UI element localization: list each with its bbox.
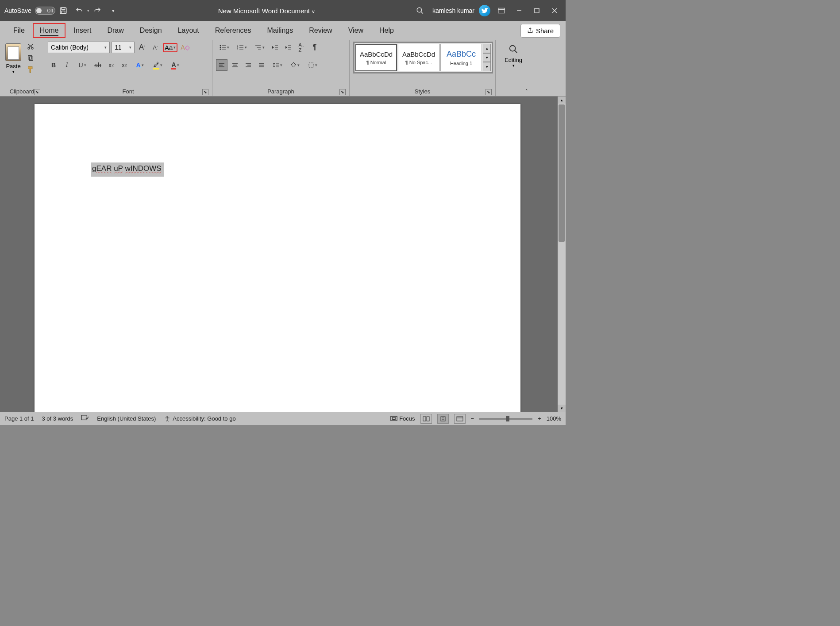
clipboard-launcher[interactable]: ⬊ — [34, 89, 40, 95]
read-mode-icon[interactable] — [420, 414, 432, 424]
superscript-button[interactable]: x2 — [119, 59, 130, 71]
subscript-button[interactable]: x2 — [105, 59, 117, 71]
paste-button[interactable]: Paste ▾ — [4, 42, 23, 76]
line-spacing-button[interactable]: ▾ — [269, 59, 285, 71]
align-center-button[interactable] — [229, 59, 241, 71]
svg-point-24 — [220, 49, 221, 50]
tab-design[interactable]: Design — [132, 23, 170, 38]
style-heading1[interactable]: AaBbCc Heading 1 — [440, 44, 482, 71]
styles-launcher[interactable]: ⬊ — [486, 89, 492, 95]
status-page[interactable]: Page 1 of 1 — [4, 415, 34, 422]
tab-insert[interactable]: Insert — [66, 23, 99, 38]
scroll-up-icon[interactable]: ▴ — [558, 97, 566, 104]
svg-rect-64 — [423, 417, 426, 421]
vertical-scrollbar[interactable]: ▴ ▾ — [558, 97, 566, 412]
clear-formatting-icon[interactable]: A◇ — [179, 42, 191, 53]
redo-icon[interactable] — [92, 5, 103, 16]
print-layout-icon[interactable] — [437, 414, 449, 424]
share-button[interactable]: Share — [520, 24, 560, 38]
format-painter-icon[interactable] — [26, 65, 35, 74]
text-effects-button[interactable]: A▾ — [132, 59, 148, 71]
tab-review[interactable]: Review — [301, 23, 340, 38]
status-accessibility[interactable]: Accessibility: Good to go — [164, 415, 235, 422]
grow-font-icon[interactable]: Aˆ — [136, 42, 148, 53]
status-focus[interactable]: Focus — [390, 415, 415, 422]
minimize-icon[interactable] — [512, 4, 526, 17]
tab-file[interactable]: File — [5, 23, 33, 38]
tab-view[interactable]: View — [340, 23, 371, 38]
multilevel-list-button[interactable]: ▾ — [251, 42, 267, 53]
zoom-slider[interactable] — [479, 418, 532, 420]
svg-line-15 — [28, 44, 32, 47]
font-name-selector[interactable]: Calibri (Body)▾ — [48, 42, 110, 53]
align-left-button[interactable] — [216, 59, 227, 71]
style-normal[interactable]: AaBbCcDd ¶ Normal — [355, 44, 397, 71]
undo-icon[interactable] — [74, 5, 85, 16]
svg-rect-8 — [535, 8, 539, 13]
page[interactable]: gEAR uP wINDOWS — [35, 104, 520, 412]
styles-scroll-down[interactable]: ▾ — [483, 53, 491, 62]
zoom-level[interactable]: 100% — [547, 415, 561, 422]
web-layout-icon[interactable] — [454, 414, 466, 424]
close-icon[interactable] — [548, 4, 561, 17]
increase-indent-button[interactable] — [282, 42, 294, 53]
status-language[interactable]: English (United States) — [97, 415, 156, 422]
bullets-button[interactable]: ▾ — [216, 42, 232, 53]
strikethrough-button[interactable]: ab — [92, 59, 104, 71]
underline-button[interactable]: U▾ — [74, 59, 90, 71]
svg-rect-65 — [427, 417, 429, 421]
user-name[interactable]: kamlesh kumar — [432, 7, 474, 14]
status-spellcheck-icon[interactable] — [81, 415, 89, 422]
collapse-ribbon-icon[interactable]: ˆ — [526, 89, 528, 95]
numbering-button[interactable]: 123▾ — [234, 42, 250, 53]
tab-mailings[interactable]: Mailings — [259, 23, 301, 38]
italic-button[interactable]: I — [61, 59, 73, 71]
ribbon-mode-icon[interactable] — [495, 4, 508, 17]
zoom-in-button[interactable]: + — [538, 415, 541, 422]
tab-layout[interactable]: Layout — [170, 23, 207, 38]
bold-button[interactable]: B — [48, 59, 59, 71]
user-avatar[interactable] — [479, 5, 490, 16]
change-case-button[interactable]: Aa▾ — [163, 43, 177, 52]
font-size-selector[interactable]: 11▾ — [112, 42, 135, 53]
zoom-out-button[interactable]: − — [471, 415, 474, 422]
autosave-toggle[interactable]: Off — [35, 7, 55, 15]
status-words[interactable]: 3 of 3 words — [42, 415, 73, 422]
font-color-button[interactable]: A▾ — [167, 59, 183, 71]
svg-rect-66 — [441, 417, 445, 421]
selected-text[interactable]: gEAR uP wINDOWS — [91, 162, 164, 177]
sort-button[interactable]: A↓Z — [296, 42, 307, 53]
maximize-icon[interactable] — [530, 4, 543, 17]
tab-help[interactable]: Help — [371, 23, 402, 38]
copy-icon[interactable] — [26, 53, 35, 63]
borders-button[interactable]: ▾ — [304, 59, 320, 71]
search-icon[interactable] — [415, 5, 425, 16]
svg-line-14 — [29, 44, 33, 47]
svg-rect-57 — [309, 63, 313, 67]
shrink-font-icon[interactable]: Aˇ — [150, 42, 161, 53]
styles-scroll-up[interactable]: ▴ — [483, 44, 491, 53]
scroll-down-icon[interactable]: ▾ — [558, 405, 566, 412]
style-no-spacing[interactable]: AaBbCcDd ¶ No Spac... — [398, 44, 439, 71]
paragraph-launcher[interactable]: ⬊ — [339, 89, 346, 95]
tab-draw[interactable]: Draw — [99, 23, 131, 38]
styles-expand[interactable]: ▾ — [483, 62, 491, 71]
svg-line-4 — [421, 12, 423, 14]
justify-button[interactable] — [256, 59, 267, 71]
document-title[interactable]: New Microsoft Word Document ∨ — [121, 7, 412, 15]
align-right-button[interactable] — [243, 59, 254, 71]
highlight-button[interactable]: 🖉▾ — [150, 59, 166, 71]
cut-icon[interactable] — [26, 42, 35, 51]
svg-point-58 — [510, 46, 516, 51]
document-area[interactable]: gEAR uP wINDOWS — [0, 97, 558, 412]
scroll-thumb[interactable] — [559, 104, 565, 242]
tab-references[interactable]: References — [207, 23, 259, 38]
font-launcher[interactable]: ⬊ — [202, 89, 208, 95]
qat-customize-icon[interactable]: ▾ — [108, 5, 119, 16]
editing-button[interactable]: Editing ▾ — [500, 42, 527, 70]
shading-button[interactable]: ▾ — [287, 59, 303, 71]
tab-home[interactable]: Home — [33, 23, 66, 38]
decrease-indent-button[interactable] — [269, 42, 281, 53]
show-marks-button[interactable]: ¶ — [309, 42, 320, 53]
save-icon[interactable] — [58, 5, 69, 16]
